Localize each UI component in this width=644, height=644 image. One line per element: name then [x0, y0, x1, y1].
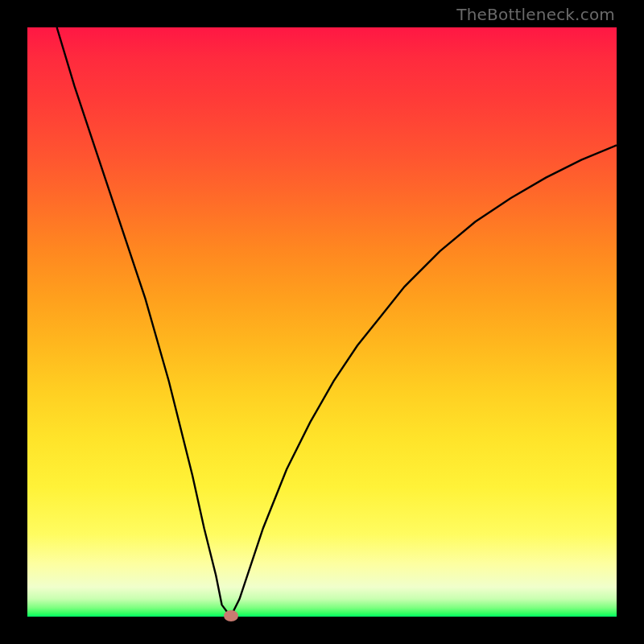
curve-layer: [27, 27, 617, 617]
bottleneck-curve: [57, 27, 617, 617]
chart-root: TheBottleneck.com: [0, 0, 644, 644]
minimum-marker: [224, 610, 238, 621]
brand-watermark: TheBottleneck.com: [456, 5, 615, 24]
